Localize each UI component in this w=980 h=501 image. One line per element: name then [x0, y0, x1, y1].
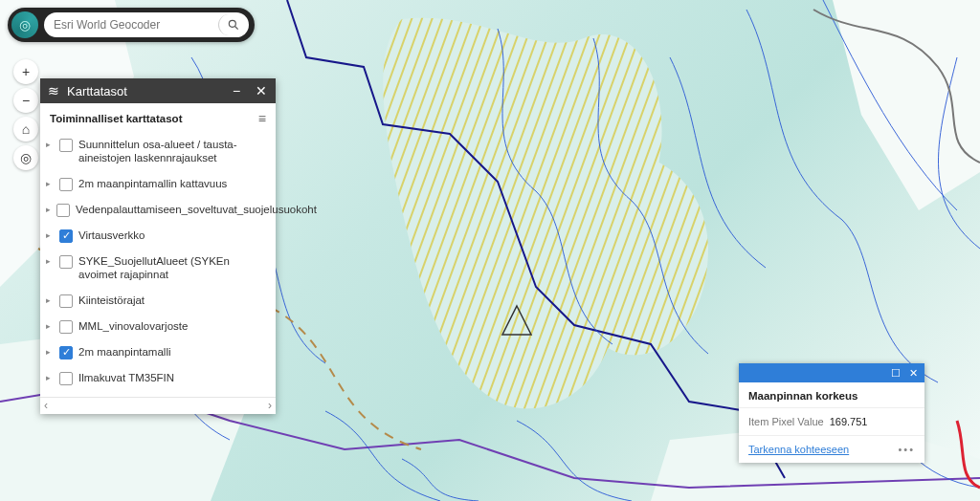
layer-label: Vedenpalauttamiseen_soveltuvat_suojelusu…	[76, 203, 317, 216]
svg-line-3	[234, 27, 237, 30]
expand-icon[interactable]: ▸	[46, 371, 54, 383]
layer-scrollbar[interactable]: ‹ ›	[40, 397, 276, 414]
popup-more-button[interactable]: •••	[898, 444, 915, 455]
popup-header[interactable]: ☐ ✕	[739, 363, 924, 382]
layer-checkbox[interactable]	[59, 178, 73, 191]
layers-panel-title: Karttatasot	[67, 84, 220, 98]
popup-field-label: Item Pixel Value	[748, 416, 824, 427]
popup-field-value: 169.751	[830, 416, 868, 427]
layer-checkbox[interactable]	[59, 294, 73, 308]
search-bar: ◎	[8, 8, 255, 42]
layer-item: ▸ 2m maanpintamallin kattavuus	[46, 171, 266, 197]
search-input[interactable]	[54, 18, 218, 32]
scroll-left-icon[interactable]: ‹	[44, 399, 48, 412]
app-logo-icon: ◎	[11, 11, 38, 38]
panel-close-button[interactable]: ✕	[253, 83, 270, 98]
popup-footer: Tarkenna kohteeseen •••	[739, 435, 924, 463]
layers-subheader: Toiminnalliset karttatasot ≡	[40, 103, 276, 132]
popup-title: Maanpinnan korkeus	[739, 382, 924, 408]
expand-icon[interactable]: ▸	[46, 177, 54, 189]
layer-checkbox[interactable]	[59, 255, 73, 269]
home-button[interactable]: ⌂	[13, 117, 38, 142]
layer-label: 2m maanpintamallin kattavuus	[78, 177, 266, 190]
layer-label: Ilmakuvat TM35FIN	[78, 371, 266, 384]
layer-item: ▸ Kiinteistörajat	[46, 288, 266, 314]
layers-panel: ≋ Karttatasot − ✕ Toiminnalliset karttat…	[40, 78, 276, 414]
layer-list: ▸ Suunnittelun osa-alueet / tausta-ainei…	[40, 132, 276, 397]
panel-minimize-button[interactable]: −	[228, 83, 245, 98]
layer-label: Kiinteistörajat	[78, 294, 266, 307]
layer-checkbox[interactable]	[59, 139, 73, 152]
expand-icon[interactable]: ▸	[46, 229, 54, 241]
expand-icon[interactable]: ▸	[46, 203, 51, 215]
layer-label: Suunnittelun osa-alueet / tausta-aineist…	[78, 138, 266, 165]
expand-icon[interactable]: ▸	[46, 254, 54, 267]
layer-item: ▸ ✓ Virtausverkko	[46, 223, 266, 249]
layer-label: MML_vinovalovarjoste	[78, 319, 266, 333]
layer-checkbox[interactable]: ✓	[59, 346, 73, 359]
expand-icon[interactable]: ▸	[46, 138, 54, 150]
layer-item: ▸ Suunnittelun osa-alueet / tausta-ainei…	[46, 132, 266, 171]
scroll-right-icon[interactable]: ›	[268, 399, 272, 412]
zoom-out-button[interactable]: −	[13, 88, 38, 113]
locate-button[interactable]: ◎	[13, 145, 38, 170]
svg-point-2	[229, 20, 235, 27]
zoom-in-button[interactable]: +	[13, 59, 38, 84]
layer-item: ▸ ✓ 2m maanpintamalli	[46, 339, 266, 365]
search-wrap	[44, 12, 249, 37]
layer-checkbox[interactable]	[59, 372, 73, 385]
search-icon	[227, 18, 240, 32]
search-button[interactable]	[218, 14, 247, 35]
identify-popup: ☐ ✕ Maanpinnan korkeus Item Pixel Value …	[739, 363, 924, 463]
layer-checkbox[interactable]	[59, 320, 73, 334]
layers-panel-header[interactable]: ≋ Karttatasot − ✕	[40, 78, 276, 103]
layer-checkbox[interactable]: ✓	[59, 229, 73, 243]
popup-close-button[interactable]: ✕	[905, 366, 921, 380]
layer-item: ▸ Ilmakuvat TM35FIN	[46, 365, 266, 391]
layer-item: ▸ Vedenpalauttamiseen_soveltuvat_suojelu…	[46, 197, 266, 223]
layer-checkbox[interactable]	[56, 204, 70, 217]
popup-maximize-button[interactable]: ☐	[888, 366, 903, 380]
map-tool-stack: + − ⌂ ◎	[13, 59, 38, 170]
popup-zoom-link[interactable]: Tarkenna kohteeseen	[748, 444, 849, 455]
layers-icon: ≋	[48, 83, 59, 98]
layer-label: Virtausverkko	[78, 229, 266, 242]
layer-label: 2m maanpintamalli	[78, 345, 266, 359]
expand-icon[interactable]: ▸	[46, 294, 54, 306]
expand-icon[interactable]: ▸	[46, 319, 54, 332]
layers-subtitle: Toiminnalliset karttatasot	[50, 113, 182, 124]
filter-icon[interactable]: ≡	[258, 111, 266, 126]
expand-icon[interactable]: ▸	[46, 345, 54, 358]
layer-label: SYKE_SuojellutAlueet (SYKEn avoimet raja…	[78, 254, 266, 282]
layer-item: ▸ MML_vinovalovarjoste	[46, 314, 266, 339]
layer-item: ▸ SYKE_SuojellutAlueet (SYKEn avoimet ra…	[46, 249, 266, 288]
popup-body: Item Pixel Value 169.751	[739, 408, 924, 435]
